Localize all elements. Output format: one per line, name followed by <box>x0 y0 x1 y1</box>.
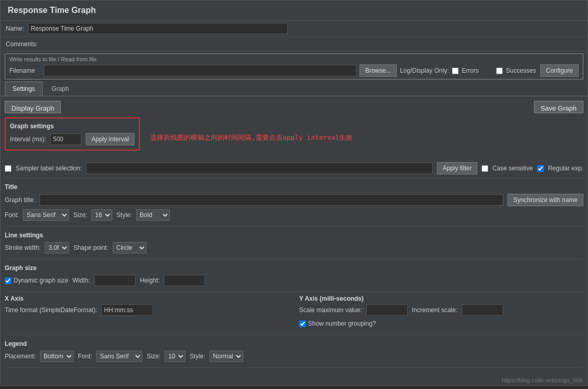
graph-settings-box: Graph settings Interval (ms): Apply inte… <box>5 117 140 151</box>
size-select[interactable]: 16 12 14 18 <box>91 209 112 221</box>
errors-checkbox[interactable] <box>452 68 459 74</box>
name-input[interactable] <box>28 23 288 34</box>
tab-graph[interactable]: Graph <box>44 82 76 96</box>
shape-point-label: Shape point: <box>73 244 108 251</box>
style-select[interactable]: Bold Normal Italic <box>136 209 170 221</box>
interval-row: Interval (ms): Apply interval <box>10 133 135 145</box>
height-label: Height: <box>140 277 159 284</box>
y-axis-block: Y Axis (milli-seconds) Scale maximum val… <box>299 295 583 330</box>
browse-button[interactable]: Browse... <box>359 64 397 77</box>
legend-size-label: Size: <box>146 353 161 360</box>
case-sensitive-checkbox[interactable] <box>482 165 488 172</box>
file-section: Write results to file / Read from file F… <box>5 53 583 79</box>
line-settings-row: Stroke width: 3.0f 1.0f 2.0f Shape point… <box>5 242 583 253</box>
sampler-label: Sampler label selection: <box>16 165 82 172</box>
graph-size-row: Dynamic graph size Width: Height: <box>5 275 583 286</box>
graph-size-section: Graph size Dynamic graph size Width: Hei… <box>5 262 583 292</box>
line-settings-section: Line settings Stroke width: 3.0f 1.0f 2.… <box>5 230 583 259</box>
name-label: Name: <box>6 25 24 32</box>
placement-select[interactable]: Bottom Top Left Right <box>40 351 74 362</box>
apply-filter-button[interactable]: Apply filter <box>437 162 477 175</box>
x-axis-heading: X Axis <box>5 295 289 302</box>
filename-input[interactable] <box>44 65 356 76</box>
file-section-title: Write results to file / Read from file <box>9 56 579 62</box>
tab-settings[interactable]: Settings <box>5 82 43 96</box>
increment-label: Increment scale: <box>412 306 458 314</box>
graph-size-heading: Graph size <box>5 264 583 272</box>
stroke-width-select[interactable]: 3.0f 1.0f 2.0f <box>45 242 69 253</box>
case-sensitive-label: Case sensitive <box>492 165 533 172</box>
legend-font-label: Font: <box>78 353 92 360</box>
interval-input[interactable] <box>50 133 82 145</box>
time-format-label: Time format (SimpleDateFormat): <box>5 306 97 314</box>
placement-label: Placement: <box>5 353 36 360</box>
page-title: Response Time Graph <box>1 1 587 21</box>
successes-label: Successes <box>506 67 537 74</box>
dynamic-graph-checkbox[interactable] <box>5 277 11 284</box>
log-display-label: Log/Display Only: <box>400 67 449 74</box>
style-label: Style: <box>116 211 132 219</box>
show-grouping-checkbox[interactable] <box>299 320 306 327</box>
successes-checkbox[interactable] <box>496 68 503 74</box>
configure-button[interactable]: Configure <box>540 64 579 77</box>
content-area: Display Graph Save Graph Graph settings … <box>1 97 587 375</box>
width-input[interactable] <box>94 275 136 286</box>
file-row: Filename Browse... Log/Display Only: Err… <box>9 64 579 77</box>
apply-interval-button[interactable]: Apply interval <box>86 133 135 145</box>
show-grouping-label: Show number grouping? <box>299 320 376 327</box>
save-graph-button[interactable]: Save Graph <box>534 101 583 113</box>
legend-size-select[interactable]: 10 12 14 <box>165 351 185 362</box>
legend-row: Placement: Bottom Top Left Right Font: S… <box>5 351 583 362</box>
regular-exp-label: Regular exp. <box>548 165 583 172</box>
display-graph-button[interactable]: Display Graph <box>5 101 61 113</box>
time-format-input[interactable] <box>101 304 153 316</box>
graph-settings-area: Graph settings Interval (ms): Apply inte… <box>5 117 583 155</box>
comments-row: Comments: <box>1 37 587 51</box>
legend-font-select[interactable]: Sans Serif Serif Monospace <box>96 351 142 362</box>
footer-url: https://blog.csdn.net/zzzgd_666 <box>1 375 587 385</box>
annotation-text: 选择折线图的横轴之间的时间间隔,需要点击apply interval生效 <box>150 133 353 142</box>
title-heading: Title <box>5 183 583 191</box>
y-axis-row: Scale maximum value: Increment scale: Sh… <box>299 304 583 327</box>
legend-style-label: Style: <box>190 353 205 360</box>
x-axis-block: X Axis Time format (SimpleDateFormat): <box>5 295 289 330</box>
font-select[interactable]: Sans Serif Serif Monospace <box>23 209 69 221</box>
size-label: Size: <box>73 211 87 219</box>
legend-heading: Legend <box>5 340 583 347</box>
errors-label: Errors <box>462 67 493 74</box>
font-label: Font: <box>5 211 19 219</box>
graph-title-input[interactable] <box>39 194 503 206</box>
sampler-input[interactable] <box>86 163 432 174</box>
sampler-row: Sampler label selection: Apply filter Ca… <box>5 159 583 178</box>
title-section: Title Graph title: Synchronize with name… <box>5 181 583 226</box>
top-buttons: Display Graph Save Graph <box>5 101 583 113</box>
line-settings-heading: Line settings <box>5 232 583 239</box>
increment-input[interactable] <box>462 304 503 316</box>
name-row: Name: <box>1 21 587 37</box>
sampler-checkbox[interactable] <box>5 165 11 172</box>
dynamic-graph-label: Dynamic graph size <box>5 277 68 284</box>
regular-exp-checkbox[interactable] <box>537 165 544 172</box>
stroke-width-label: Stroke width: <box>5 244 41 251</box>
shape-point-select[interactable]: Circle None Square <box>113 242 146 253</box>
graph-title-label: Graph title: <box>5 196 35 204</box>
sync-with-name-button[interactable]: Synchronize with name <box>507 194 583 206</box>
comments-label: Comments: <box>6 41 37 48</box>
font-row: Font: Sans Serif Serif Monospace Size: 1… <box>5 209 583 221</box>
interval-label: Interval (ms): <box>10 136 46 143</box>
scale-max-input[interactable] <box>366 304 408 316</box>
tabs-bar: Settings Graph <box>1 82 587 97</box>
height-input[interactable] <box>164 275 205 286</box>
width-label: Width: <box>72 277 90 284</box>
axis-section: X Axis Time format (SimpleDateFormat): Y… <box>5 295 583 335</box>
time-format-row: Time format (SimpleDateFormat): <box>5 304 289 316</box>
filename-label: Filename <box>9 67 41 74</box>
y-axis-heading: Y Axis (milli-seconds) <box>299 295 583 302</box>
legend-section: Legend Placement: Bottom Top Left Right … <box>5 338 583 368</box>
scale-max-label: Scale maximum value: <box>299 306 362 314</box>
graph-title-row: Graph title: Synchronize with name <box>5 194 583 206</box>
graph-settings-title: Graph settings <box>10 123 135 130</box>
legend-style-select[interactable]: Normal Bold Italic <box>209 351 243 362</box>
